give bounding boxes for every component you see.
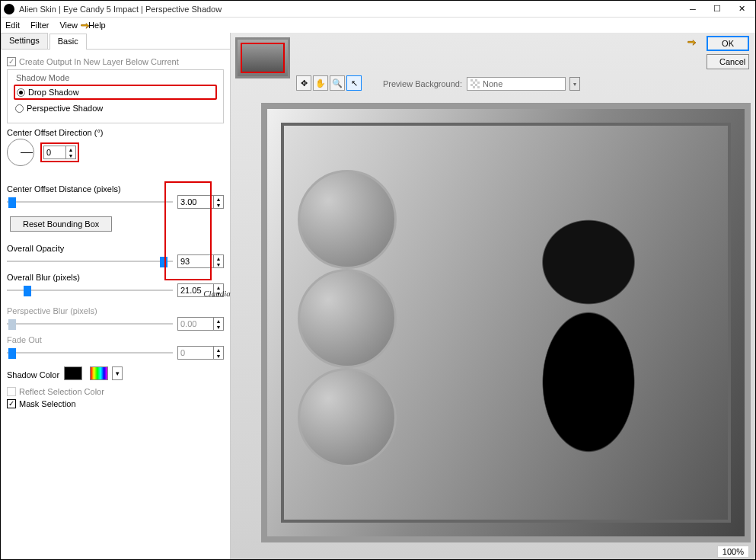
overall-blur-slider[interactable] — [7, 284, 173, 296]
shadow-color-swatch[interactable] — [64, 366, 82, 380]
pointer-tool-icon[interactable]: ↖ — [346, 75, 362, 91]
tab-settings[interactable]: Settings — [1, 33, 48, 49]
menu-view[interactable]: View — [59, 21, 78, 30]
center-offset-dist-spinner[interactable]: ▲▼ — [213, 195, 224, 209]
perspective-blur-slider — [7, 318, 173, 330]
perspective-blur-input — [177, 317, 214, 331]
zoom-level[interactable]: 100% — [717, 546, 749, 558]
preview-bg-value: None — [483, 79, 502, 88]
preview-background-row: Preview Background: None ▾ — [383, 77, 580, 91]
menubar: Edit Filter View Help — [1, 18, 755, 33]
preview-toolbar: ✥ ✋ 🔍 ↖ — [296, 75, 362, 91]
ok-button[interactable]: OK — [707, 36, 749, 51]
preview-bg-dropdown-arrow[interactable]: ▾ — [569, 77, 580, 91]
mask-selection-checkbox[interactable]: ✓ Mask Selection — [7, 399, 224, 408]
maximize-button[interactable]: ☐ — [707, 2, 728, 16]
tab-basic[interactable]: Basic — [49, 34, 87, 50]
perspective-blur-spinner: ▲▼ — [213, 317, 224, 331]
menu-filter[interactable]: Filter — [30, 21, 49, 30]
center-offset-dir-label: Center Offset Direction (°) — [7, 128, 224, 137]
titlebar: Alien Skin | Eye Candy 5 Impact | Perspe… — [1, 1, 755, 18]
mask-selection-label: Mask Selection — [19, 399, 76, 408]
preview-image — [463, 194, 714, 536]
angle-dial[interactable] — [7, 139, 34, 166]
hand-tool-icon[interactable]: ✋ — [313, 75, 328, 91]
watermark: Claudia — [196, 289, 238, 298]
close-button[interactable]: ✕ — [731, 2, 752, 16]
overall-opacity-spinner[interactable]: ▲▼ — [213, 254, 224, 268]
tab-bar: Settings Basic — [1, 33, 230, 50]
menu-edit[interactable]: Edit — [5, 21, 20, 30]
highlight-box — [164, 181, 212, 280]
center-offset-dir-input[interactable] — [43, 146, 66, 159]
preview-panel: OK Cancel ✥ ✋ 🔍 ↖ Preview Background: No… — [231, 33, 755, 559]
shadow-mode-legend: Shadow Mode — [14, 73, 72, 82]
window-title: Alien Skin | Eye Candy 5 Impact | Perspe… — [19, 5, 679, 14]
radio-drop-shadow[interactable]: Drop Shadow — [14, 85, 217, 100]
preview-thumbnail[interactable] — [235, 37, 290, 78]
fade-out-slider — [7, 347, 173, 359]
fade-out-input — [177, 346, 214, 360]
drop-shadow-label: Drop Shadow — [28, 88, 79, 97]
shadow-color-hue[interactable] — [90, 366, 108, 380]
preview-bg-dropdown[interactable]: None — [467, 77, 566, 91]
perspective-blur-label: Perspective Blur (pixels) — [7, 306, 224, 315]
shadow-color-label: Shadow Color — [7, 370, 59, 379]
reflect-selection-label: Reflect Selection Color — [19, 387, 104, 396]
perspective-shadow-label: Perspective Shadow — [27, 104, 103, 113]
reset-bounding-box-button[interactable]: Reset Bounding Box — [10, 216, 112, 232]
center-offset-dir-spinner[interactable]: ▲▼ — [65, 146, 76, 159]
shadow-mode-group: Shadow Mode Drop Shadow Perspective Shad… — [7, 69, 224, 123]
reflect-selection-checkbox: Reflect Selection Color — [7, 387, 224, 396]
fade-out-spinner: ▲▼ — [213, 346, 224, 360]
zoom-tool-icon[interactable]: 🔍 — [330, 75, 345, 91]
pointer-hand-icon — [687, 37, 702, 48]
overall-opacity-slider[interactable] — [7, 255, 173, 267]
move-tool-icon[interactable]: ✥ — [296, 75, 311, 91]
cancel-button[interactable]: Cancel — [707, 54, 749, 69]
shadow-color-dropdown[interactable]: ▼ — [112, 366, 123, 380]
create-output-checkbox[interactable]: ✓ Create Output In New Layer Below Curre… — [7, 57, 224, 66]
preview-bg-label: Preview Background: — [383, 79, 462, 88]
pointer-hand-icon — [80, 21, 95, 31]
center-offset-dist-slider[interactable] — [7, 196, 173, 208]
radio-perspective-shadow[interactable]: Perspective Shadow — [14, 102, 217, 114]
app-icon — [4, 4, 14, 14]
fade-out-label: Fade Out — [7, 335, 224, 344]
transparency-icon — [471, 79, 480, 88]
minimize-button[interactable]: ─ — [682, 2, 703, 16]
preview-canvas[interactable] — [261, 103, 751, 542]
create-output-label: Create Output In New Layer Below Current — [19, 57, 179, 66]
